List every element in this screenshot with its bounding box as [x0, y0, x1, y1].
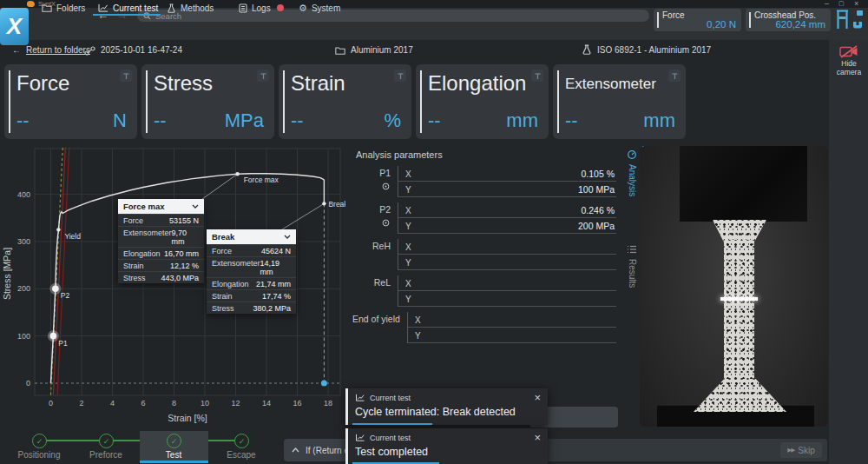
folder-name: Aluminium 2017 [351, 45, 413, 55]
line-chart-icon [355, 394, 365, 401]
flask-icon [167, 3, 176, 13]
svg-text:12: 12 [231, 399, 240, 408]
check-icon: ✓ [103, 437, 110, 446]
group-label: End of yield [352, 314, 400, 324]
tooltip-row: Elongation16,70 mm [118, 247, 204, 259]
skip-button[interactable]: ▶▶ Skip [780, 442, 822, 458]
param-field-y[interactable]: Y [398, 291, 616, 307]
svg-text:2: 2 [79, 399, 83, 408]
close-icon[interactable]: × [534, 392, 541, 403]
pin-icon[interactable] [120, 70, 132, 82]
svg-text:6: 6 [141, 399, 145, 408]
pin-icon[interactable] [531, 70, 543, 82]
panel-title: Elongation [428, 71, 526, 96]
tooltip-row: Stress443,0 MPa [118, 271, 204, 283]
workflow-active-underline [140, 461, 208, 463]
measurement-panel-extensometer: Extensometer -- mm [553, 64, 686, 139]
return-to-folders-link[interactable]: ← Return to folders [12, 45, 90, 55]
close-button[interactable]: × [854, 0, 858, 8]
tooltip-row: Extensometer14,19 mm [207, 256, 296, 277]
group-label: P1 [379, 168, 391, 178]
panel-accent-bar [557, 70, 559, 133]
analysis-group-p1: P1 X0.105 % Y100 MPa [352, 166, 616, 197]
svg-text:0: 0 [49, 399, 53, 408]
tooltip-title: Break [212, 232, 234, 242]
tooltip-row: Strain17,74 % [207, 289, 296, 302]
param-field-y[interactable]: Y [398, 255, 616, 270]
analysis-group-rel: ReL X Y [352, 275, 616, 307]
toast-countdown-bar [352, 423, 432, 426]
tab-system[interactable]: ⚙ System [299, 0, 340, 16]
analysis-parameters-panel: Analysis parameters P1 X0.105 % Y100 MPa… [347, 143, 621, 430]
pin-icon[interactable] [394, 70, 406, 82]
param-field-x[interactable]: X [398, 239, 616, 255]
back-arrow-icon[interactable]: ← [97, 9, 108, 22]
svg-text:P1: P1 [58, 339, 68, 348]
param-field-x[interactable]: X [408, 312, 616, 328]
tab-folders[interactable]: Folders [42, 0, 85, 16]
flask-icon [582, 44, 592, 55]
back-arrow-icon: ← [12, 45, 21, 55]
workflow-step-preforce[interactable]: ✓ [99, 434, 114, 448]
crosshead-readout: Crosshead Pos. 620,24 mm [746, 9, 831, 31]
pin-icon[interactable] [668, 70, 681, 82]
search-box[interactable] [137, 10, 649, 22]
workflow-step-test[interactable]: ✓ [167, 434, 181, 448]
param-field-x[interactable]: X0.105 % [398, 166, 616, 182]
fast-forward-icon: ▶▶ [787, 447, 794, 454]
hide-camera-button[interactable]: Hide camera [832, 45, 865, 77]
marker-select-force-max[interactable]: Force max [118, 199, 204, 214]
chevron-up-icon [292, 447, 299, 453]
tooltip-row: Stress380,2 MPa [207, 302, 296, 314]
param-field-y[interactable]: Y200 MPa [398, 218, 616, 234]
gauge-icon [627, 149, 637, 160]
workflow-step-positioning[interactable]: ✓ [32, 434, 47, 448]
search-input[interactable] [155, 11, 643, 21]
toast-message: Cycle terminated: Break detected [355, 406, 541, 418]
target-picker-icon[interactable] [381, 218, 391, 228]
panel-unit: mm [643, 109, 675, 132]
specimen-gauge-section [724, 240, 754, 382]
maximize-button[interactable]: ▢ [838, 0, 845, 7]
param-field-y[interactable]: Y100 MPa [398, 182, 616, 197]
target-picker-icon[interactable] [381, 182, 391, 191]
method-breadcrumb[interactable]: ISO 6892-1 - Aluminium 2017 [582, 44, 711, 55]
close-icon[interactable]: × [534, 432, 541, 443]
folder-icon [42, 3, 52, 12]
tab-logs[interactable]: Logs [239, 0, 271, 16]
toast-title: Current test [370, 394, 411, 402]
panel-unit: mm [506, 109, 538, 132]
param-field-x[interactable]: X0.246 % [398, 202, 616, 218]
readout-accent-bar [749, 12, 751, 28]
svg-text:14: 14 [262, 399, 271, 408]
param-field-y[interactable]: Y [408, 328, 616, 343]
tooltip-row: Elongation21,74 mm [207, 277, 296, 289]
param-field-x[interactable]: X [398, 275, 616, 291]
analysis-group-end-of-yield: End of yield X Y [352, 312, 616, 343]
tab-logs-label: Logs [252, 3, 271, 13]
svg-text:100: 100 [17, 332, 30, 341]
grips-tool-icon[interactable] [852, 10, 865, 30]
svg-text:16: 16 [293, 399, 301, 408]
panel-accent-bar [420, 70, 422, 133]
forward-arrow-icon[interactable]: → [116, 9, 128, 22]
folder-breadcrumb[interactable]: Aluminium 2017 [335, 45, 413, 55]
if-button-label: If (Return e [306, 446, 349, 455]
check-icon: ✓ [36, 437, 43, 446]
tab-methods[interactable]: Methods [167, 0, 214, 16]
workflow-step-escape[interactable]: ✓ [234, 434, 249, 448]
side-tab-label: Results [628, 259, 637, 288]
machine-frame-icon[interactable] [836, 10, 849, 30]
check-icon: ✓ [239, 437, 246, 446]
app-logo: X [0, 8, 29, 45]
marker-tooltip-break: Break Force45624 N Extensometer14,19 mm … [207, 229, 296, 314]
workflow-label-escape: Escape [207, 450, 276, 460]
group-label: ReH [372, 241, 391, 251]
panel-unit: MPa [225, 109, 264, 132]
minimize-button[interactable]: – [825, 0, 829, 8]
panel-title: Strain [291, 71, 345, 96]
svg-text:10: 10 [201, 399, 209, 408]
marker-select-break[interactable]: Break [207, 229, 296, 244]
pin-icon[interactable] [257, 70, 269, 82]
crosshead-readout-value: 620,24 mm [775, 19, 825, 30]
